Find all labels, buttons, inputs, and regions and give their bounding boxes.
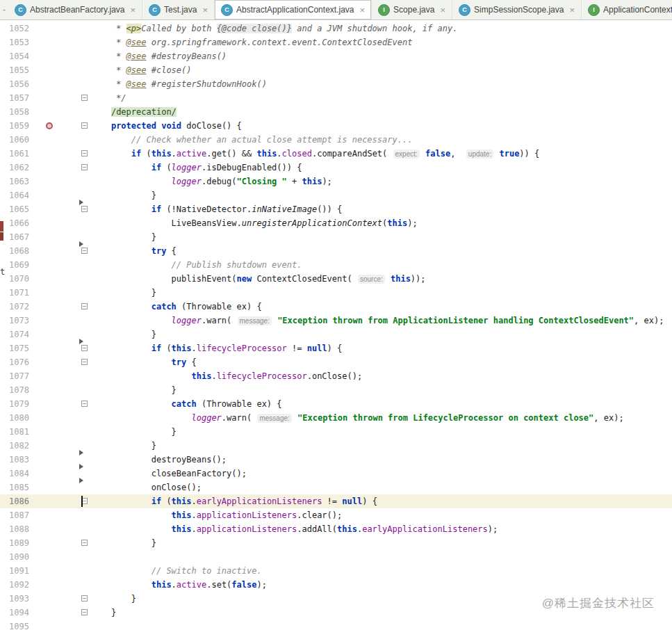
code-line[interactable]: 1070 publishEvent(new ContextClosedEvent… — [0, 272, 672, 286]
line-number[interactable]: 1069 — [0, 258, 38, 272]
code-line[interactable]: 1065 if (!NativeDetector.inNativeImage()… — [0, 202, 672, 216]
line-number[interactable]: 1053 — [0, 35, 38, 49]
code-line[interactable]: 1066 LiveBeansView.unregisterApplication… — [0, 216, 672, 230]
tab-close-icon[interactable]: × — [440, 6, 445, 15]
tab-close-icon[interactable]: × — [360, 6, 366, 15]
code-line[interactable]: 1084 closeBeanFactory(); — [0, 467, 672, 480]
line-number[interactable]: 1085 — [0, 480, 38, 494]
code-line[interactable]: 1078 } — [0, 383, 672, 397]
code-line[interactable]: 1088 this.applicationListeners.addAll(th… — [0, 522, 672, 536]
code-line[interactable]: 1095 — [0, 620, 672, 630]
editor-tab[interactable]: IApplicationContext.java× — [582, 0, 672, 19]
line-number[interactable]: 1090 — [0, 550, 38, 564]
code-line[interactable]: 1064 } — [0, 188, 672, 202]
line-number[interactable]: 1059 — [0, 119, 38, 133]
fold-toggle-icon[interactable] — [81, 401, 88, 407]
code-line[interactable]: 1081 } — [0, 425, 672, 439]
code-line[interactable]: 1089 } — [0, 536, 672, 550]
line-number[interactable]: 1084 — [0, 467, 38, 480]
code-line[interactable]: 1082 } — [0, 439, 672, 453]
code-line[interactable]: 1077 this.lifecycleProcessor.onClose(); — [0, 369, 672, 383]
code-line[interactable]: 1083 destroyBeans(); — [0, 453, 672, 467]
line-number[interactable]: 1083 — [0, 453, 38, 467]
code-line[interactable]: 1053 * @see org.springframework.context.… — [0, 35, 672, 49]
code-line[interactable]: 1093 } — [0, 592, 672, 606]
code-line[interactable]: 1057 */ — [0, 91, 672, 105]
line-number[interactable]: 1094 — [0, 606, 38, 620]
code-line[interactable]: 1092 this.active.set(false); — [0, 578, 672, 592]
line-number[interactable]: 1076 — [0, 355, 38, 369]
line-number[interactable]: 1062 — [0, 161, 38, 175]
line-number[interactable]: 1052 — [0, 22, 38, 35]
fold-toggle-icon[interactable] — [81, 248, 88, 254]
line-number[interactable]: 1060 — [0, 133, 38, 147]
line-number[interactable]: 1081 — [0, 425, 38, 439]
line-number[interactable]: 1058 — [0, 105, 38, 119]
line-number[interactable]: 1086 — [0, 494, 38, 508]
code-line[interactable]: 1062 if (logger.isDebugEnabled()) { — [0, 161, 672, 175]
fold-arrow-icon[interactable] — [79, 450, 83, 455]
code-line[interactable]: 1072 catch (Throwable ex) { — [0, 300, 672, 314]
line-number[interactable]: 1071 — [0, 286, 38, 300]
line-number[interactable]: 1067 — [0, 230, 38, 244]
fold-arrow-icon[interactable] — [79, 241, 83, 247]
line-number[interactable]: 1057 — [0, 91, 38, 105]
line-number[interactable]: 1063 — [0, 175, 38, 188]
code-line[interactable]: 1087 this.applicationListeners.clear(); — [0, 508, 672, 522]
fold-toggle-icon[interactable] — [81, 345, 88, 351]
code-line[interactable]: 1074 } — [0, 328, 672, 341]
code-line[interactable]: 1056 * @see #registerShutdownHook() — [0, 77, 672, 91]
tab-close-icon[interactable]: × — [202, 6, 208, 15]
line-number[interactable]: 1066 — [0, 216, 38, 230]
line-number[interactable]: 1091 — [0, 564, 38, 578]
fold-toggle-icon[interactable] — [81, 150, 88, 156]
editor-tab[interactable]: CAbstractBeanFactory.java× — [8, 0, 142, 19]
code-line[interactable]: 1060 // Check whether an actual close at… — [0, 133, 672, 147]
fold-toggle-icon[interactable] — [81, 206, 88, 212]
line-number[interactable]: 1080 — [0, 411, 38, 425]
code-line[interactable]: 1075 if (this.lifecycleProcessor != null… — [0, 341, 672, 355]
code-line[interactable]: 1059 protected void doClose() { — [0, 119, 672, 133]
fold-toggle-icon[interactable] — [81, 303, 88, 309]
line-number[interactable]: 1089 — [0, 536, 38, 550]
line-number[interactable]: 1095 — [0, 620, 38, 630]
code-line[interactable]: 1058 /deprecation/ — [0, 105, 672, 119]
line-number[interactable]: 1087 — [0, 508, 38, 522]
line-number[interactable]: 1077 — [0, 369, 38, 383]
line-number[interactable]: 1054 — [0, 49, 38, 63]
line-number[interactable]: 1068 — [0, 244, 38, 258]
code-line[interactable]: 1080 logger.warn( message: "Exception th… — [0, 411, 672, 425]
code-line[interactable]: 1091 // Switch to inactive. — [0, 564, 672, 578]
code-line[interactable]: 1090 — [0, 550, 672, 564]
line-number[interactable]: 1082 — [0, 439, 38, 453]
line-number[interactable]: 1064 — [0, 188, 38, 202]
code-line[interactable]: 1073 logger.warn( message: "Exception th… — [0, 314, 672, 328]
code-line[interactable]: 1086 if (this.earlyApplicationListeners … — [0, 494, 672, 508]
tab-close-icon[interactable]: × — [131, 6, 136, 15]
code-line[interactable]: 1055 * @see #close() — [0, 63, 672, 77]
fold-toggle-icon[interactable] — [81, 95, 88, 101]
line-number[interactable]: 1055 — [0, 63, 38, 77]
code-editor[interactable]: 1052 * <p>Called by both {@code close()}… — [0, 20, 672, 630]
code-line[interactable]: 1067 } — [0, 230, 672, 244]
line-number[interactable]: 1073 — [0, 314, 38, 328]
code-line[interactable]: 1068 try { — [0, 244, 672, 258]
fold-toggle-icon[interactable] — [81, 359, 88, 365]
line-number[interactable]: 1079 — [0, 397, 38, 411]
code-line[interactable]: 1061 if (this.active.get() && this.close… — [0, 147, 672, 161]
fold-toggle-icon[interactable] — [81, 595, 88, 601]
code-line[interactable]: 1063 logger.debug("Closing " + this); — [0, 175, 672, 188]
gutter-marker-icon[interactable] — [46, 122, 53, 129]
fold-arrow-icon[interactable] — [79, 339, 83, 344]
line-number[interactable]: 1056 — [0, 77, 38, 91]
code-line[interactable]: 1076 try { — [0, 355, 672, 369]
line-number[interactable]: 1065 — [0, 202, 38, 216]
editor-tab[interactable]: CAbstractApplicationContext.java× — [215, 0, 372, 19]
code-line[interactable]: 1071 } — [0, 286, 672, 300]
line-number[interactable]: 1061 — [0, 147, 38, 161]
fold-toggle-icon[interactable] — [81, 164, 88, 170]
fold-arrow-icon[interactable] — [79, 478, 83, 483]
tab-close-icon[interactable]: × — [569, 6, 575, 15]
editor-tab[interactable]: IScope.java× — [372, 0, 452, 19]
fold-toggle-icon[interactable] — [81, 122, 88, 129]
